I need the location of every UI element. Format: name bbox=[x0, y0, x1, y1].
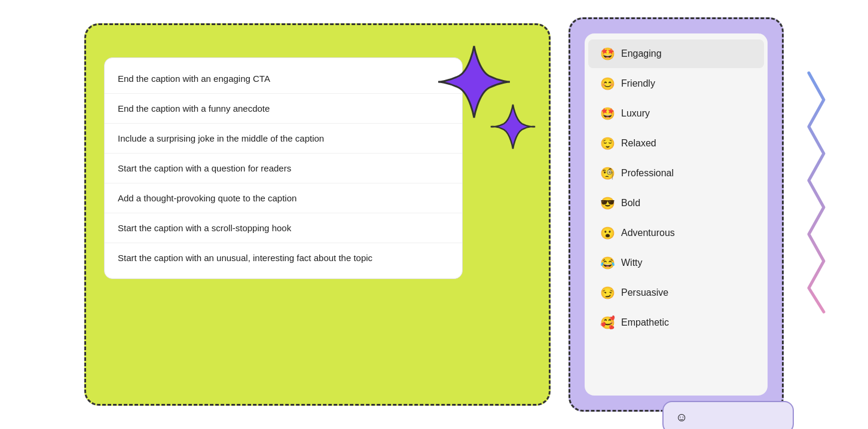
tone-item[interactable]: 😏Persuasive bbox=[588, 278, 764, 307]
tone-emoji: 🥰 bbox=[600, 315, 615, 330]
suggestion-item[interactable]: Start the caption with an unusual, inter… bbox=[105, 243, 462, 272]
tone-list: 🤩Engaging😊Friendly🤩Luxury😌Relaxed🧐Profes… bbox=[585, 33, 768, 396]
suggestion-item[interactable]: Include a surprising joke in the middle … bbox=[105, 124, 462, 154]
suggestion-item[interactable]: End the caption with an engaging CTA bbox=[105, 64, 462, 94]
tone-label: Persuasive bbox=[621, 287, 668, 298]
tone-item[interactable]: 🥰Empathetic bbox=[588, 308, 764, 337]
right-panel: 🤩Engaging😊Friendly🤩Luxury😌Relaxed🧐Profes… bbox=[569, 17, 784, 412]
tone-emoji: 🧐 bbox=[600, 166, 615, 180]
suggestion-item[interactable]: Start the caption with a scroll-stopping… bbox=[105, 213, 462, 243]
tone-item[interactable]: 😮Adventurous bbox=[588, 219, 764, 247]
tone-emoji: 😊 bbox=[600, 76, 615, 91]
tone-emoji: 😮 bbox=[600, 226, 615, 240]
suggestion-item[interactable]: Add a thought-provoking quote to the cap… bbox=[105, 183, 462, 213]
tone-emoji: 😂 bbox=[600, 256, 615, 270]
tone-emoji: 😌 bbox=[600, 136, 615, 151]
tone-item[interactable]: 🤩Engaging bbox=[588, 39, 764, 68]
tone-item[interactable]: 🧐Professional bbox=[588, 159, 764, 188]
tone-button-icon: ☺ bbox=[676, 410, 687, 424]
tone-label: Empathetic bbox=[621, 317, 669, 328]
tone-label: Witty bbox=[621, 258, 643, 268]
tone-item[interactable]: 😌Relaxed bbox=[588, 129, 764, 158]
tone-emoji: 🤩 bbox=[600, 106, 615, 121]
tone-item[interactable]: 😊Friendly bbox=[588, 69, 764, 98]
main-container: End the caption with an engaging CTAEnd … bbox=[72, 5, 796, 424]
tone-button[interactable]: ☺ bbox=[662, 401, 794, 429]
left-panel: End the caption with an engaging CTAEnd … bbox=[84, 23, 551, 406]
star-small-icon bbox=[489, 103, 537, 151]
tone-emoji: 😎 bbox=[600, 196, 615, 210]
tone-item[interactable]: 🤩Luxury bbox=[588, 99, 764, 128]
tone-label: Professional bbox=[621, 168, 674, 179]
zigzag-decoration bbox=[788, 67, 830, 318]
tone-label: Friendly bbox=[621, 78, 655, 89]
suggestion-item[interactable]: End the caption with a funny anecdote bbox=[105, 94, 462, 124]
tone-emoji: 🤩 bbox=[600, 47, 615, 61]
tone-emoji: 😏 bbox=[600, 286, 615, 300]
tone-item[interactable]: 😂Witty bbox=[588, 249, 764, 277]
suggestions-list: End the caption with an engaging CTAEnd … bbox=[104, 57, 463, 279]
tone-item[interactable]: 😎Bold bbox=[588, 189, 764, 217]
tone-label: Bold bbox=[621, 198, 640, 209]
tone-label: Relaxed bbox=[621, 138, 656, 149]
suggestion-item[interactable]: Start the caption with a question for re… bbox=[105, 154, 462, 183]
tone-label: Engaging bbox=[621, 48, 662, 59]
tone-label: Luxury bbox=[621, 108, 650, 119]
tone-label: Adventurous bbox=[621, 228, 675, 238]
